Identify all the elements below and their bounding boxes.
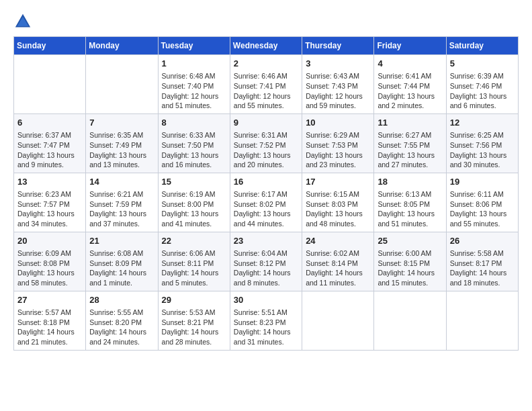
day-number: 21 — [89, 235, 154, 247]
day-number: 23 — [234, 235, 298, 247]
calendar-cell: 19Sunrise: 6:11 AMSunset: 8:06 PMDayligh… — [446, 173, 518, 232]
day-info-line: Daylight: 14 hours — [89, 268, 154, 278]
calendar-cell: 17Sunrise: 6:15 AMSunset: 8:03 PMDayligh… — [302, 173, 374, 232]
day-info-line: Sunrise: 6:35 AM — [89, 130, 154, 140]
day-info-line: Daylight: 12 hours — [306, 91, 370, 101]
day-info-line: Sunset: 8:00 PM — [162, 199, 226, 210]
day-header-sunday: Sunday — [14, 37, 86, 55]
day-info-line: Daylight: 14 hours — [234, 268, 298, 278]
calendar-cell: 30Sunrise: 5:51 AMSunset: 8:23 PMDayligh… — [230, 291, 302, 350]
header — [13, 12, 519, 31]
day-info-line: Sunrise: 6:41 AM — [378, 71, 442, 81]
day-info-line: Daylight: 14 hours — [162, 327, 226, 337]
day-number: 5 — [450, 58, 515, 70]
calendar-cell: 29Sunrise: 5:53 AMSunset: 8:21 PMDayligh… — [158, 291, 230, 350]
day-number: 17 — [306, 176, 370, 188]
day-info-line: Daylight: 14 hours — [378, 268, 442, 278]
day-number: 13 — [17, 176, 82, 188]
day-info-line: and 24 minutes. — [89, 337, 154, 347]
day-info-line: Sunset: 8:20 PM — [89, 318, 154, 328]
day-info-line: Sunrise: 6:09 AM — [17, 248, 82, 259]
day-info-line: and 30 minutes. — [450, 160, 515, 170]
day-number: 4 — [378, 58, 442, 70]
day-header-saturday: Saturday — [446, 37, 518, 55]
day-info-line: Daylight: 12 hours — [234, 91, 298, 101]
calendar-cell: 28Sunrise: 5:55 AMSunset: 8:20 PMDayligh… — [86, 291, 158, 350]
day-number: 22 — [162, 235, 226, 247]
day-info-line: Sunrise: 6:43 AM — [306, 71, 370, 81]
day-header-wednesday: Wednesday — [230, 37, 302, 55]
calendar-cell: 16Sunrise: 6:17 AMSunset: 8:02 PMDayligh… — [230, 173, 302, 232]
day-number: 12 — [450, 117, 515, 129]
calendar-cell: 15Sunrise: 6:19 AMSunset: 8:00 PMDayligh… — [158, 173, 230, 232]
page: SundayMondayTuesdayWednesdayThursdayFrid… — [0, 0, 532, 363]
day-info-line: and 5 minutes. — [162, 278, 226, 288]
day-info-line: and 55 minutes. — [234, 101, 298, 111]
day-number: 3 — [306, 58, 370, 70]
week-row: 1Sunrise: 6:48 AMSunset: 7:40 PMDaylight… — [14, 55, 519, 114]
day-number: 16 — [234, 176, 298, 188]
day-info-line: and 51 minutes. — [162, 101, 226, 111]
day-number: 10 — [306, 117, 370, 129]
day-info-line: Sunrise: 6:29 AM — [306, 130, 370, 140]
calendar-cell: 24Sunrise: 6:02 AMSunset: 8:14 PMDayligh… — [302, 232, 374, 291]
day-info-line: Sunrise: 6:17 AM — [234, 189, 298, 199]
calendar-body: 1Sunrise: 6:48 AMSunset: 7:40 PMDaylight… — [14, 55, 519, 351]
day-info-line: Sunset: 7:43 PM — [306, 81, 370, 91]
day-info-line: and 23 minutes. — [306, 160, 370, 170]
day-info-line: Sunrise: 6:27 AM — [378, 130, 442, 140]
day-info-line: Daylight: 13 hours — [378, 209, 442, 219]
day-info-line: Sunset: 8:23 PM — [234, 318, 298, 328]
day-info-line: Sunset: 7:59 PM — [89, 199, 154, 210]
day-info-line: Sunset: 8:05 PM — [378, 199, 442, 210]
day-info-line: Sunrise: 5:51 AM — [234, 308, 298, 318]
day-info-line: Daylight: 14 hours — [162, 268, 226, 278]
day-info-line: Sunrise: 6:04 AM — [234, 248, 298, 259]
calendar-cell: 8Sunrise: 6:33 AMSunset: 7:50 PMDaylight… — [158, 113, 230, 173]
day-info-line: Sunset: 8:03 PM — [306, 199, 370, 210]
day-info-line: Sunrise: 6:13 AM — [378, 189, 442, 199]
day-info-line: Sunset: 8:02 PM — [234, 199, 298, 210]
calendar-cell — [374, 291, 446, 350]
day-info-line: Sunrise: 6:37 AM — [17, 130, 82, 140]
day-number: 27 — [17, 294, 82, 306]
week-row: 13Sunrise: 6:23 AMSunset: 7:57 PMDayligh… — [14, 173, 519, 232]
day-info-line: Daylight: 13 hours — [450, 91, 515, 101]
calendar-cell: 1Sunrise: 6:48 AMSunset: 7:40 PMDaylight… — [158, 55, 230, 114]
day-info-line: Sunrise: 6:08 AM — [89, 248, 154, 259]
calendar-cell: 20Sunrise: 6:09 AMSunset: 8:08 PMDayligh… — [14, 232, 86, 291]
day-info-line: Sunset: 8:06 PM — [450, 199, 515, 210]
calendar-cell: 4Sunrise: 6:41 AMSunset: 7:44 PMDaylight… — [374, 55, 446, 114]
day-info-line: Daylight: 13 hours — [17, 268, 82, 278]
day-info-line: and 6 minutes. — [450, 101, 515, 111]
day-info-line: and 31 minutes. — [234, 337, 298, 347]
day-info-line: Daylight: 13 hours — [17, 209, 82, 219]
logo-icon — [13, 12, 32, 31]
day-info-line: Sunset: 7:46 PM — [450, 81, 515, 91]
day-info-line: and 51 minutes. — [378, 219, 442, 229]
day-info-line: Sunrise: 6:39 AM — [450, 71, 515, 81]
day-info-line: and 8 minutes. — [234, 278, 298, 288]
day-number: 28 — [89, 294, 154, 306]
day-info-line: Daylight: 14 hours — [234, 327, 298, 337]
day-info-line: and 48 minutes. — [306, 219, 370, 229]
day-info-line: Daylight: 13 hours — [234, 150, 298, 161]
day-info-line: Sunrise: 6:46 AM — [234, 71, 298, 81]
day-number: 2 — [234, 58, 298, 70]
day-info-line: Daylight: 14 hours — [450, 268, 515, 278]
day-info-line: and 1 minute. — [89, 278, 154, 288]
week-row: 27Sunrise: 5:57 AMSunset: 8:18 PMDayligh… — [14, 291, 519, 350]
calendar-cell: 27Sunrise: 5:57 AMSunset: 8:18 PMDayligh… — [14, 291, 86, 350]
day-header-tuesday: Tuesday — [158, 37, 230, 55]
day-info-line: and 11 minutes. — [306, 278, 370, 288]
calendar-cell: 25Sunrise: 6:00 AMSunset: 8:15 PMDayligh… — [374, 232, 446, 291]
day-header-thursday: Thursday — [302, 37, 374, 55]
day-info-line: Sunset: 7:55 PM — [378, 140, 442, 150]
day-info-line: Sunset: 7:47 PM — [17, 140, 82, 150]
day-number: 9 — [234, 117, 298, 129]
day-info-line: Daylight: 13 hours — [17, 150, 82, 161]
day-info-line: Sunset: 7:49 PM — [89, 140, 154, 150]
day-header-monday: Monday — [86, 37, 158, 55]
day-info-line: Daylight: 13 hours — [306, 209, 370, 219]
day-number: 24 — [306, 235, 370, 247]
